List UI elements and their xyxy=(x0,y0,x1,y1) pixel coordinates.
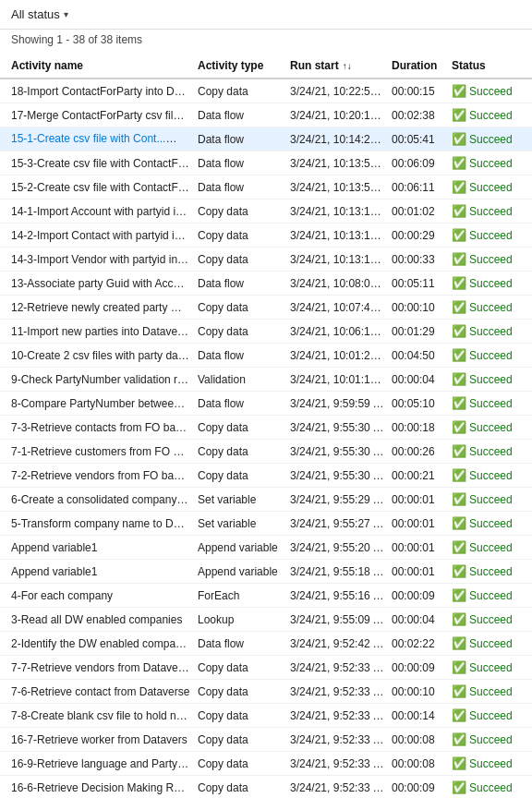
table-row[interactable]: 6-Create a consolidated company filterSe… xyxy=(0,488,532,512)
status-text: Succeed xyxy=(469,157,513,170)
status-cell: ✅Succeed xyxy=(448,103,532,127)
duration-cell: 00:02:38 xyxy=(388,103,448,127)
table-row[interactable]: 13-Associate party Guid with Account n C… xyxy=(0,272,532,296)
duration-cell: 00:00:26 xyxy=(388,440,448,464)
activity-name-cell[interactable]: 15-1-Create csv file with Cont...⤵⇗⊞ xyxy=(0,127,194,151)
activity-type-cell: Data flow xyxy=(194,151,286,175)
duration-cell: 00:04:50 xyxy=(388,344,448,368)
table-row[interactable]: 7-8-Create blank csv file to hold new pa… xyxy=(0,704,532,728)
activity-type-cell: Data flow xyxy=(194,272,286,296)
activity-name-cell: 8-Compare PartyNumber between FO and Dat… xyxy=(0,392,194,416)
status-cell: ✅Succeed xyxy=(448,488,532,512)
status-success-icon: ✅ xyxy=(452,636,466,650)
status-cell: ✅Succeed xyxy=(448,200,532,224)
table-row[interactable]: 15-1-Create csv file with Cont...⤵⇗⊞Data… xyxy=(0,127,532,151)
status-dropdown[interactable]: All status ▾ xyxy=(11,7,68,21)
activity-name-cell: 13-Associate party Guid with Account n C… xyxy=(0,272,194,296)
activity-name-cell: 6-Create a consolidated company filter xyxy=(0,488,194,512)
status-cell: ✅Succeed xyxy=(448,127,532,151)
activity-type-cell: Data flow xyxy=(194,127,286,151)
status-success-icon: ✅ xyxy=(452,276,466,290)
link-icon[interactable]: ⇗ xyxy=(180,132,189,146)
table-row[interactable]: 12-Retrieve newly created party Guid fro… xyxy=(0,296,532,320)
table-row[interactable]: 7-6-Retrieve contact from DataverseCopy … xyxy=(0,680,532,704)
status-text: Succeed xyxy=(469,253,513,266)
run-start-cell: 3/24/21, 9:55:09 AM xyxy=(286,608,388,632)
table-row[interactable]: 16-6-Retrieve Decision Making Role from … xyxy=(0,776,532,798)
status-success-icon: ✅ xyxy=(452,420,466,434)
status-text: Succeed xyxy=(469,445,513,458)
activity-name-link[interactable]: 15-1-Create csv file with Cont... xyxy=(11,132,176,145)
activity-type-cell: Data flow xyxy=(194,103,286,127)
status-text: Succeed xyxy=(469,781,513,794)
activity-type-cell: Append variable xyxy=(194,536,286,560)
activity-name-cell: 10-Create 2 csv files with party data - … xyxy=(0,344,194,368)
table-row[interactable]: 7-2-Retrieve vendors from FO based on co… xyxy=(0,464,532,488)
status-cell: ✅Succeed xyxy=(448,79,532,103)
run-start-cell: 3/24/21, 10:13:17 AM xyxy=(286,224,388,248)
duration-cell: 00:00:10 xyxy=(388,296,448,320)
activity-type-cell: Data flow xyxy=(194,632,286,656)
table-row[interactable]: 14-2-Import Contact with partyid into Da… xyxy=(0,224,532,248)
activity-type-cell: Lookup xyxy=(194,608,286,632)
activity-type-cell: Copy data xyxy=(194,79,286,103)
status-text: Succeed xyxy=(469,277,513,290)
table-row[interactable]: 9-Check PartyNumber validation resultsVa… xyxy=(0,368,532,392)
status-text: Succeed xyxy=(469,589,513,602)
run-start-cell: 3/24/21, 10:14:23 AM xyxy=(286,127,388,151)
table-row[interactable]: 16-9-Retrieve language and PartyType fro… xyxy=(0,752,532,776)
run-start-cell: 3/24/21, 10:22:53 AM xyxy=(286,79,388,103)
run-start-cell: 3/24/21, 9:55:20 AM xyxy=(286,536,388,560)
activity-type-cell: Set variable xyxy=(194,488,286,512)
activity-name-cell: 2-Identify the DW enabled companies xyxy=(0,632,194,656)
status-text: Succeed xyxy=(469,85,513,98)
status-success-icon: ✅ xyxy=(452,756,466,770)
table-row[interactable]: 14-3-Import Vendor with partyid into Dat… xyxy=(0,248,532,272)
status-text: Succeed xyxy=(469,757,513,770)
activity-name-cell: 14-1-Import Account with partyid into Da… xyxy=(0,200,194,224)
activity-name-cell: 15-2-Create csv file with ContactForPart… xyxy=(0,175,194,200)
table-row[interactable]: Append variable1Append variable3/24/21, … xyxy=(0,536,532,560)
table-row[interactable]: Append variable1Append variable3/24/21, … xyxy=(0,560,532,584)
status-text: Succeed xyxy=(469,205,513,218)
status-cell: ✅Succeed xyxy=(448,248,532,272)
status-cell: ✅Succeed xyxy=(448,175,532,200)
table-row[interactable]: 15-3-Create csv file with ContactForPart… xyxy=(0,151,532,175)
showing-count: Showing 1 - 38 of 38 items xyxy=(0,30,532,54)
table-row[interactable]: 4-For each companyForEach3/24/21, 9:55:1… xyxy=(0,584,532,608)
table-row[interactable]: 7-1-Retrieve customers from FO based on … xyxy=(0,440,532,464)
status-text: Succeed xyxy=(469,709,513,722)
table-row[interactable]: 15-2-Create csv file with ContactForPart… xyxy=(0,175,532,200)
table-row[interactable]: 7-7-Retrieve vendors from DataverseCopy … xyxy=(0,656,532,680)
activity-name-cell: 16-7-Retrieve worker from Datavers xyxy=(0,728,194,752)
duration-cell: 00:00:04 xyxy=(388,608,448,632)
col-header-run-start[interactable]: Run start ↑↓ xyxy=(286,54,388,79)
status-success-icon: ✅ xyxy=(452,372,466,386)
status-success-icon: ✅ xyxy=(452,516,466,530)
table-row[interactable]: 2-Identify the DW enabled companiesData … xyxy=(0,632,532,656)
table-row[interactable]: 11-Import new parties into DataverseCopy… xyxy=(0,320,532,344)
table-row[interactable]: 7-3-Retrieve contacts from FO based on c… xyxy=(0,416,532,440)
duration-cell: 00:00:33 xyxy=(388,248,448,272)
activity-type-cell: Copy data xyxy=(194,224,286,248)
status-success-icon: ✅ xyxy=(452,444,466,458)
table-row[interactable]: 5-Transform company name to DataAreaIdSe… xyxy=(0,512,532,536)
table-row[interactable]: 17-Merge ContactForParty csv files into … xyxy=(0,103,532,127)
table-row[interactable]: 18-Import ContactForParty into Dataverse… xyxy=(0,79,532,103)
table-row[interactable]: 14-1-Import Account with partyid into Da… xyxy=(0,200,532,224)
chevron-down-icon: ▾ xyxy=(64,9,68,19)
table-row[interactable]: 10-Create 2 csv files with party data - … xyxy=(0,344,532,368)
table-row[interactable]: 16-7-Retrieve worker from DataversCopy d… xyxy=(0,728,532,752)
table-row[interactable]: 8-Compare PartyNumber between FO and Dat… xyxy=(0,392,532,416)
activity-name-cell: 4-For each company xyxy=(0,584,194,608)
status-success-icon: ✅ xyxy=(452,660,466,674)
run-start-cell: 3/24/21, 10:20:10 AM xyxy=(286,103,388,127)
duration-cell: 00:00:10 xyxy=(388,680,448,704)
status-text: Succeed xyxy=(469,397,513,410)
duration-cell: 00:00:09 xyxy=(388,656,448,680)
table-header-row: Activity name Activity type Run start ↑↓… xyxy=(0,54,532,79)
activity-name-cell: 18-Import ContactForParty into Dataverse xyxy=(0,79,194,103)
run-start-cell: 3/24/21, 9:55:18 AM xyxy=(286,560,388,584)
table-row[interactable]: 3-Read all DW enabled companiesLookup3/2… xyxy=(0,608,532,632)
activity-name-cell: 7-3-Retrieve contacts from FO based on c… xyxy=(0,416,194,440)
